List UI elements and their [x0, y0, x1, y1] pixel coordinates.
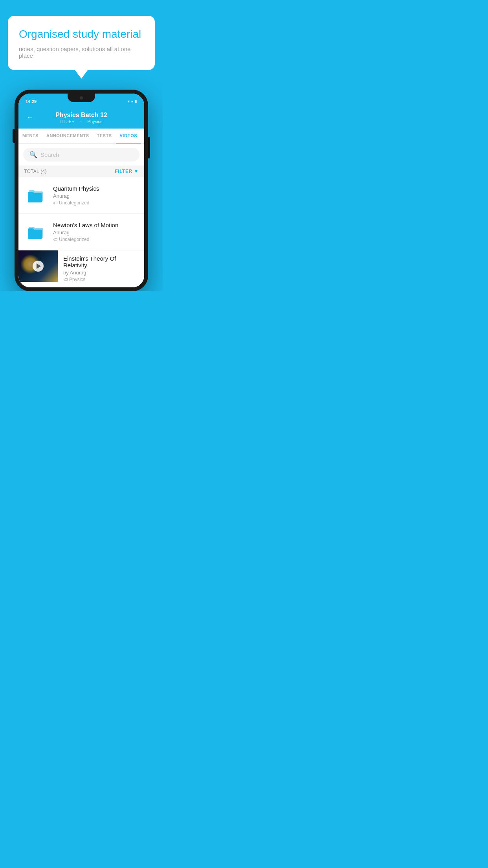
filter-bar: TOTAL (4) FILTER ▼ — [18, 166, 144, 177]
speech-bubble: Organised study material notes, question… — [8, 16, 155, 70]
tag-label-3: Physics — [69, 277, 85, 282]
total-count: TOTAL (4) — [24, 169, 47, 174]
search-icon: 🔍 — [29, 151, 37, 158]
search-placeholder: Search — [40, 151, 59, 158]
phone-frame: 14:29 ▾ ◂ ▮ ← Physics Batch 12 IIT JEE ·… — [15, 90, 148, 291]
bubble-title: Organised study material — [19, 28, 144, 41]
subtitle-iit: IIT JEE — [61, 119, 75, 124]
tag-icon-3: 🏷 — [63, 277, 68, 282]
video-author-3: by Anurag — [63, 270, 139, 276]
subtitle-physics: Physics — [88, 119, 103, 124]
list-item[interactable]: Newton's Laws of Motion Anurag 🏷 Uncateg… — [18, 214, 144, 250]
status-time: 14:29 — [26, 99, 37, 104]
list-item[interactable]: Einstein's Theory Of Relativity by Anura… — [18, 250, 144, 287]
tag-label-2: Uncategorized — [59, 237, 89, 242]
batch-subtitle: IIT JEE · Physics — [39, 119, 124, 124]
notch — [68, 94, 95, 102]
video-title-1: Quantum Physics — [53, 185, 139, 192]
filter-icon: ▼ — [134, 169, 139, 174]
video-info-1: Quantum Physics Anurag 🏷 Uncategorized — [53, 185, 139, 206]
search-bar[interactable]: 🔍 Search — [23, 148, 139, 162]
wifi-icon: ▾ — [128, 99, 130, 103]
tab-announcements[interactable]: ANNOUNCEMENTS — [42, 129, 93, 143]
video-list: Quantum Physics Anurag 🏷 Uncategorized — [18, 177, 144, 287]
tag-icon-1: 🏷 — [53, 200, 57, 205]
video-title-3: Einstein's Theory Of Relativity — [63, 255, 139, 268]
video-author-2: Anurag — [53, 230, 139, 235]
filter-label: FILTER — [115, 169, 132, 174]
back-button[interactable]: ← — [25, 112, 35, 123]
video-tag-1: 🏷 Uncategorized — [53, 200, 139, 206]
video-tag-3: 🏷 Physics — [63, 277, 139, 282]
video-info-2: Newton's Laws of Motion Anurag 🏷 Uncateg… — [53, 222, 139, 242]
bubble-subtitle: notes, question papers, solutions all at… — [19, 46, 144, 59]
header-title-area: Physics Batch 12 IIT JEE · Physics — [39, 112, 124, 124]
app-header: ← Physics Batch 12 IIT JEE · Physics — [18, 108, 144, 129]
video-tag-2: 🏷 Uncategorized — [53, 237, 139, 242]
folder-icon — [27, 224, 44, 240]
tab-videos[interactable]: VIDEOS — [116, 129, 141, 143]
folder-thumbnail-2 — [24, 220, 48, 244]
tabs-bar: MENTS ANNOUNCEMENTS TESTS VIDEOS — [18, 129, 144, 144]
play-icon — [37, 263, 41, 269]
phone-screen: 14:29 ▾ ◂ ▮ ← Physics Batch 12 IIT JEE ·… — [18, 94, 144, 287]
einstein-thumbnail — [18, 250, 58, 282]
phone-mockup: 14:29 ▾ ◂ ▮ ← Physics Batch 12 IIT JEE ·… — [8, 90, 155, 291]
status-bar: 14:29 ▾ ◂ ▮ — [18, 94, 144, 108]
batch-title: Physics Batch 12 — [39, 112, 124, 119]
subtitle-sep: · — [80, 119, 83, 124]
tag-label-1: Uncategorized — [59, 200, 89, 206]
folder-thumbnail-1 — [24, 184, 48, 207]
video-author-1: Anurag — [53, 193, 139, 199]
signal-icon: ◂ — [131, 99, 133, 103]
tab-tests[interactable]: TESTS — [93, 129, 116, 143]
tag-icon-2: 🏷 — [53, 237, 57, 242]
video-info-3: Einstein's Theory Of Relativity by Anura… — [58, 250, 144, 287]
list-item[interactable]: Quantum Physics Anurag 🏷 Uncategorized — [18, 177, 144, 214]
filter-button[interactable]: FILTER ▼ — [115, 169, 139, 174]
play-button[interactable] — [33, 261, 44, 272]
search-container: 🔍 Search — [18, 144, 144, 166]
folder-icon — [27, 188, 44, 203]
tab-ments[interactable]: MENTS — [18, 129, 42, 143]
camera-dot — [80, 96, 83, 99]
status-icons: ▾ ◂ ▮ — [128, 99, 137, 103]
battery-icon: ▮ — [135, 99, 137, 103]
video-title-2: Newton's Laws of Motion — [53, 222, 139, 228]
